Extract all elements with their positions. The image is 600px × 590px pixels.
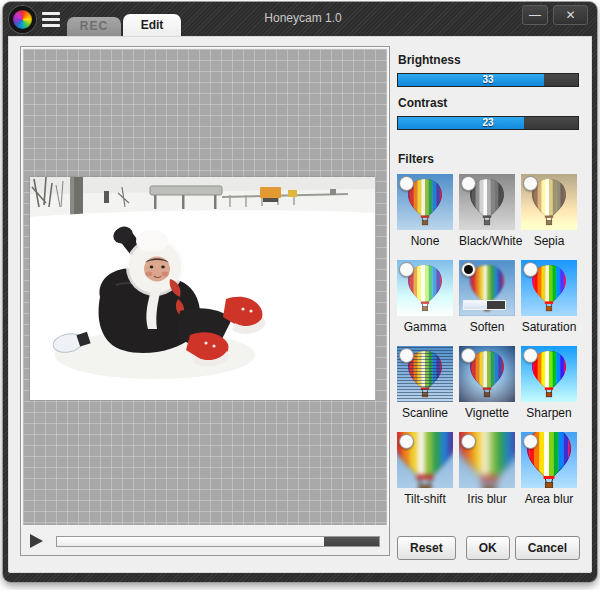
play-button[interactable]: [30, 533, 46, 549]
content-area: Brightness 33 Contrast 23 Filters None: [8, 36, 592, 573]
filter-item-sepia[interactable]: Sepia: [521, 174, 577, 248]
filter-item-black-white[interactable]: Black/White: [459, 174, 515, 248]
filter-label: Vignette: [459, 406, 515, 420]
radio-unchecked-icon[interactable]: [461, 434, 476, 449]
filter-grid: None Black/White Sepia: [397, 174, 579, 506]
ok-button[interactable]: OK: [466, 536, 510, 560]
close-icon: ✕: [565, 8, 575, 22]
filter-thumb-vignette[interactable]: [459, 346, 515, 402]
radio-unchecked-icon[interactable]: [399, 262, 414, 277]
filter-label: Black/White: [459, 234, 515, 248]
seek-bar[interactable]: [56, 536, 380, 547]
radio-unchecked-icon[interactable]: [461, 176, 476, 191]
app-window: REC Edit Honeycam 1.0 — ✕: [3, 2, 597, 582]
soften-strength-slider[interactable]: [463, 300, 506, 310]
filter-item-gamma[interactable]: Gamma: [397, 260, 453, 334]
contrast-value: 23: [398, 117, 578, 129]
filter-item-tilt-shift[interactable]: Tilt-shift: [397, 432, 453, 506]
soften-strength-fill: [464, 301, 487, 309]
filter-label: Saturation: [521, 320, 577, 334]
filter-thumb-gamma[interactable]: [397, 260, 453, 316]
filter-item-iris-blur[interactable]: Iris blur: [459, 432, 515, 506]
radio-unchecked-icon[interactable]: [523, 262, 538, 277]
filter-item-saturation[interactable]: Saturation: [521, 260, 577, 334]
filter-thumb-saturation[interactable]: [521, 260, 577, 316]
seek-progress: [57, 537, 324, 546]
tab-rec[interactable]: REC: [67, 17, 121, 36]
filter-label: None: [397, 234, 453, 248]
brightness-slider[interactable]: 33: [397, 73, 579, 87]
filter-item-soften[interactable]: Soften: [459, 260, 515, 334]
radio-unchecked-icon[interactable]: [523, 348, 538, 363]
preview-canvas: [23, 49, 387, 525]
reset-button[interactable]: Reset: [397, 536, 456, 560]
filter-item-none[interactable]: None: [397, 174, 453, 248]
hamburger-menu-icon[interactable]: [42, 12, 60, 27]
radio-unchecked-icon[interactable]: [399, 176, 414, 191]
title-bar: REC Edit Honeycam 1.0 — ✕: [3, 2, 597, 36]
filter-thumb-iris-blur[interactable]: [459, 432, 515, 488]
filter-thumb-sharpen[interactable]: [521, 346, 577, 402]
filter-thumb-soften[interactable]: [459, 260, 515, 316]
preview-photo: [30, 177, 375, 400]
filter-label: Scanline: [397, 406, 453, 420]
radio-checked-icon[interactable]: [461, 262, 476, 277]
radio-unchecked-icon[interactable]: [399, 348, 414, 363]
radio-unchecked-icon[interactable]: [523, 434, 538, 449]
filter-thumb-black-white[interactable]: [459, 174, 515, 230]
radio-unchecked-icon[interactable]: [461, 348, 476, 363]
filter-label: Sharpen: [521, 406, 577, 420]
contrast-slider[interactable]: 23: [397, 116, 579, 130]
play-icon: [30, 534, 43, 548]
side-panel: Brightness 33 Contrast 23 Filters None: [397, 36, 579, 506]
filter-label: Sepia: [521, 234, 577, 248]
filter-item-sharpen[interactable]: Sharpen: [521, 346, 577, 420]
radio-unchecked-icon[interactable]: [399, 434, 414, 449]
filter-item-area-blur[interactable]: Area blur: [521, 432, 577, 506]
filter-item-vignette[interactable]: Vignette: [459, 346, 515, 420]
cancel-button[interactable]: Cancel: [515, 536, 580, 560]
brightness-label: Brightness: [398, 53, 579, 67]
preview-panel: [20, 46, 390, 556]
filter-item-scanline[interactable]: Scanline: [397, 346, 453, 420]
filter-label: Tilt-shift: [397, 492, 453, 506]
brightness-value: 33: [398, 74, 578, 86]
filter-label: Soften: [459, 320, 515, 334]
radio-unchecked-icon[interactable]: [523, 176, 538, 191]
window-title: Honeycam 1.0: [193, 11, 413, 25]
tab-edit[interactable]: Edit: [123, 14, 181, 36]
filters-heading: Filters: [398, 152, 579, 166]
filter-thumb-none[interactable]: [397, 174, 453, 230]
filter-thumb-sepia[interactable]: [521, 174, 577, 230]
filter-thumb-area-blur[interactable]: [521, 432, 577, 488]
filter-label: Gamma: [397, 320, 453, 334]
playback-bar: [21, 527, 389, 555]
action-bar: Reset OK Cancel: [397, 536, 580, 560]
close-button[interactable]: ✕: [553, 5, 588, 25]
contrast-label: Contrast: [398, 96, 579, 110]
filter-thumb-scanline[interactable]: [397, 346, 453, 402]
color-wheel-logo-icon[interactable]: [9, 6, 36, 33]
filter-label: Area blur: [521, 492, 577, 506]
minimize-button[interactable]: —: [522, 5, 548, 25]
minimize-icon: —: [529, 8, 541, 22]
filter-label: Iris blur: [459, 492, 515, 506]
filter-thumb-tilt-shift[interactable]: [397, 432, 453, 488]
